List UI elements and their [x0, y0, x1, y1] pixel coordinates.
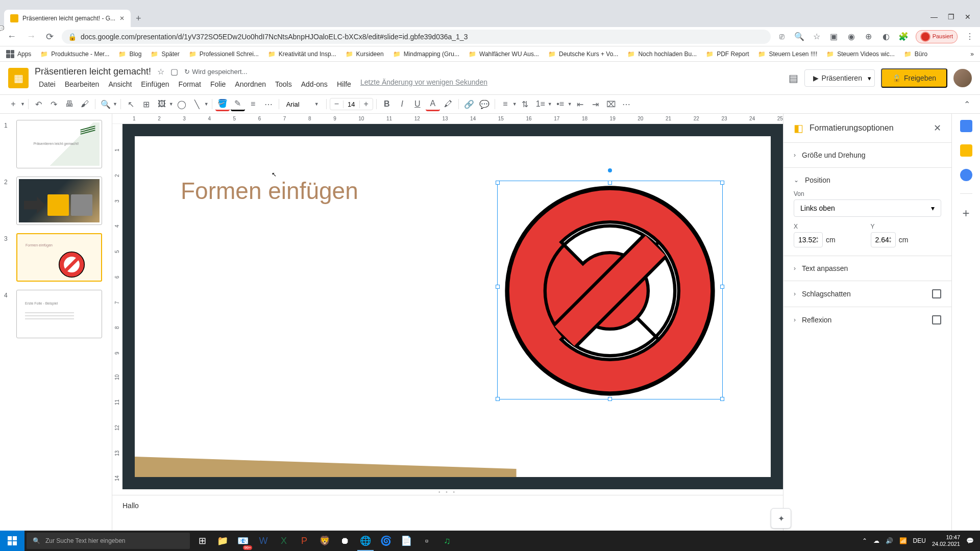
slide-thumb-1[interactable]: Präsentieren leicht gemacht! — [16, 120, 102, 168]
powerpoint-icon[interactable]: P — [294, 531, 314, 551]
present-button[interactable]: ▶ Präsentieren — [804, 69, 871, 87]
decrease-indent-icon[interactable]: ⇤ — [573, 97, 587, 111]
reflection-checkbox[interactable] — [932, 315, 941, 324]
task-view-icon[interactable]: ⊞ — [192, 531, 212, 551]
menu-hilfe[interactable]: Hilfe — [333, 78, 355, 90]
explore-button[interactable]: ✦ — [771, 508, 791, 529]
font-size-value[interactable]: 14 — [343, 101, 359, 108]
edge-icon[interactable]: 🌀 — [376, 531, 396, 551]
move-doc-icon[interactable]: ▢ — [170, 67, 178, 77]
explorer-icon[interactable]: 📁 — [212, 531, 233, 551]
menu-folie[interactable]: Folie — [206, 78, 230, 90]
bookmark-item[interactable]: 📁Professionell Schrei... — [189, 51, 259, 58]
tray-chevron-icon[interactable]: ⌃ — [862, 537, 867, 544]
bookmark-overflow-icon[interactable]: » — [970, 51, 974, 58]
menu-ansicht[interactable]: Ansicht — [104, 78, 136, 90]
tab-close-icon[interactable]: ✕ — [119, 15, 125, 22]
highlight-icon[interactable]: 🖍 — [441, 97, 455, 111]
line-button[interactable]: ╲▼ — [190, 97, 209, 111]
brave-icon[interactable]: 🦁 — [314, 531, 335, 551]
numbered-list-button[interactable]: 1≡▼ — [533, 97, 552, 111]
forward-button[interactable]: → — [24, 29, 38, 44]
shape-icon[interactable]: ◯ — [175, 97, 189, 111]
bookmark-item[interactable]: 📁Büro — [904, 51, 927, 58]
wifi-icon[interactable]: 📶 — [899, 537, 907, 544]
position-from-select[interactable]: Links oben ▾ — [794, 199, 941, 217]
font-size-increase[interactable]: + — [360, 98, 373, 110]
onedrive-icon[interactable]: ☁ — [873, 537, 879, 544]
select-tool-icon[interactable]: ↖ — [124, 97, 138, 111]
slide-thumb-3[interactable]: Formen einfügen — [16, 233, 102, 282]
slide-canvas[interactable]: Formen einfügen ↖ — [122, 124, 783, 489]
bookmark-item[interactable]: 📁Kreativität und Insp... — [268, 51, 336, 58]
resize-handle[interactable] — [496, 397, 500, 401]
underline-icon[interactable]: U — [410, 97, 425, 111]
align-button[interactable]: ≡▼ — [498, 97, 517, 111]
menu-format[interactable]: Format — [175, 78, 205, 90]
slide-panel[interactable]: 1 Präsentieren leicht gemacht! 2💬 — [0, 114, 112, 551]
textbox-icon[interactable]: ⊞ — [139, 97, 154, 111]
slide-title-text[interactable]: Formen einfügen — [181, 177, 358, 205]
bookmark-item[interactable]: 📁Blog — [118, 51, 141, 58]
rotate-handle[interactable] — [608, 168, 612, 172]
bookmark-item[interactable]: 📁Steuern Lesen !!!! — [758, 51, 817, 58]
line-spacing-icon[interactable]: ⇅ — [518, 97, 532, 111]
minimize-icon[interactable]: — — [930, 13, 938, 21]
new-tab-button[interactable]: + — [131, 10, 146, 27]
bold-icon[interactable]: B — [380, 97, 394, 111]
more-tools-icon[interactable]: ⋯ — [619, 97, 633, 111]
slides-logo-icon[interactable]: ▦ — [8, 68, 29, 88]
reload-button[interactable]: ⟳ — [44, 29, 56, 44]
share-button[interactable]: 🔒 Freigeben — [881, 68, 947, 88]
app-icon[interactable]: ▫ — [416, 531, 437, 551]
increase-indent-icon[interactable]: ⇥ — [589, 97, 603, 111]
menu-anordnen[interactable]: Anordnen — [231, 78, 270, 90]
sync-paused-badge[interactable]: Pausiert — [916, 30, 958, 43]
last-change-link[interactable]: Letzte Änderung vor wenigen Sekunden — [360, 78, 487, 90]
speaker-notes[interactable]: Hallo — [112, 495, 783, 531]
doc-title[interactable]: Präsentieren leicht gemacht! — [35, 66, 151, 77]
reflection-section[interactable]: › Reflexion — [794, 315, 941, 324]
notes-resize-handle[interactable]: • • • — [112, 489, 783, 495]
taskbar-search[interactable]: 🔍 Zur Suche Text hier eingeben — [27, 533, 190, 549]
resize-handle[interactable] — [720, 285, 724, 289]
comment-icon[interactable]: 💬 — [477, 97, 492, 111]
chrome-menu-icon[interactable]: ⋮ — [965, 32, 975, 42]
menu-einfuegen[interactable]: Einfügen — [137, 78, 173, 90]
chrome-icon[interactable]: 🌐 — [355, 531, 376, 551]
bookmark-item[interactable]: 📁Noch hochladen Bu... — [627, 51, 697, 58]
border-color-icon[interactable]: ✎ — [231, 97, 245, 111]
size-rotation-section[interactable]: › Größe und Drehung — [794, 151, 941, 159]
position-section[interactable]: ⌄ Position — [794, 176, 941, 184]
user-avatar[interactable] — [953, 69, 972, 87]
resize-handle[interactable] — [496, 181, 500, 185]
menu-tools[interactable]: Tools — [271, 78, 296, 90]
clear-formatting-icon[interactable]: ⌧ — [604, 97, 618, 111]
close-panel-icon[interactable]: ✕ — [934, 122, 941, 134]
extension-icon-2[interactable]: ◉ — [846, 32, 856, 42]
add-addon-icon[interactable]: + — [962, 206, 969, 220]
zoom-button[interactable]: 🔍▼ — [99, 97, 117, 111]
resize-handle[interactable] — [720, 181, 724, 185]
mail-icon[interactable]: 📧99+ — [233, 531, 253, 551]
resize-handle[interactable] — [720, 397, 724, 401]
present-dropdown[interactable]: ▾ — [865, 69, 875, 87]
tasks-icon[interactable] — [960, 169, 972, 181]
url-input[interactable]: 🔒 docs.google.com/presentation/d/1yV372S… — [62, 30, 771, 44]
notepad-icon[interactable]: 📄 — [396, 531, 416, 551]
close-window-icon[interactable]: ✕ — [965, 13, 971, 21]
slide-thumb-2[interactable] — [16, 177, 102, 225]
bookmark-item[interactable]: 📁Steuern Videos wic... — [826, 51, 895, 58]
zoom-icon[interactable]: 🔍 — [794, 32, 804, 42]
fill-color-icon[interactable]: 🪣 — [215, 97, 230, 111]
calendar-icon[interactable] — [960, 120, 972, 132]
extensions-icon[interactable]: 🧩 — [898, 32, 909, 42]
italic-icon[interactable]: I — [395, 97, 409, 111]
link-icon[interactable]: 🔗 — [462, 97, 476, 111]
browser-tab[interactable]: Präsentieren leicht gemacht! - G... ✕ — [4, 10, 131, 27]
border-dash-icon[interactable]: ⋯ — [261, 97, 276, 111]
spotify-icon[interactable]: ♫ — [437, 531, 457, 551]
star-icon[interactable]: ☆ — [812, 32, 822, 42]
font-size-decrease[interactable]: − — [330, 98, 343, 110]
obs-icon[interactable]: ⏺ — [335, 531, 355, 551]
